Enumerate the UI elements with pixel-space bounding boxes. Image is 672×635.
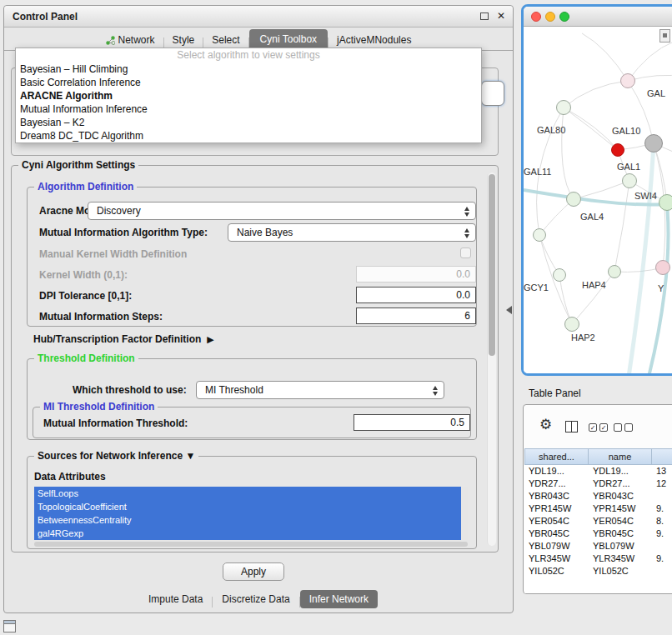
table-cell: YBR045C xyxy=(524,528,589,540)
column-header[interactable]: shared... xyxy=(524,448,589,465)
table-cell: YER054C xyxy=(589,515,652,528)
algorithm-definition-title: Algorithm Definition xyxy=(34,181,137,192)
network-node[interactable] xyxy=(611,143,624,157)
sources-group: Sources for Network Inference ▼ Data Att… xyxy=(27,456,477,549)
hide-all-columns-icon[interactable] xyxy=(614,423,633,432)
network-canvas[interactable]: GALGAL80GAL10GAL11GAL1SWI4GAL4GCY1HAP4HA… xyxy=(524,27,672,373)
table-row[interactable]: YBL079WYBL079W xyxy=(524,540,672,552)
table-row[interactable]: YDL19...YDL19...13 xyxy=(524,465,672,478)
dropdown-arrows-icon xyxy=(464,228,469,238)
mi-type-select[interactable]: Naive Bayes xyxy=(228,223,476,242)
hub-definition-label: Hub/Transcription Factor Definition xyxy=(33,333,201,345)
network-node[interactable] xyxy=(566,192,581,207)
table-row[interactable]: YBR045CYBR045C9. xyxy=(524,528,672,540)
settings-scrollbar-thumb[interactable] xyxy=(489,174,495,356)
mi-steps-field[interactable]: 6 xyxy=(356,308,476,324)
network-node[interactable] xyxy=(655,260,670,275)
network-view-window: GALGAL80GAL10GAL11GAL1SWI4GAL4GCY1HAP4HA… xyxy=(521,4,672,376)
node-label: GAL80 xyxy=(537,125,565,135)
close-icon[interactable]: ✕ xyxy=(497,10,505,22)
table-cell: 9. xyxy=(652,552,672,565)
which-threshold-value: MI Threshold xyxy=(205,384,263,396)
mi-steps-label: Mutual Information Steps: xyxy=(39,311,163,322)
network-node[interactable] xyxy=(644,134,663,152)
dpi-tolerance-field[interactable]: 0.0 xyxy=(356,287,476,303)
traffic-zoom-icon[interactable] xyxy=(559,12,569,22)
attribute-item[interactable]: gal4RGexp xyxy=(34,527,461,540)
threshold-definition-group: Threshold Definition Which threshold to … xyxy=(27,358,477,440)
attribute-item[interactable]: BetweennessCentrality xyxy=(34,513,461,527)
checked-box-icon: ✓ xyxy=(599,423,608,432)
table-row[interactable]: YDR27...YDR27...12 xyxy=(524,478,672,490)
traffic-minimize-icon[interactable] xyxy=(545,12,555,22)
column-header[interactable]: name xyxy=(589,448,652,465)
table-cell: YDR27... xyxy=(524,478,589,490)
panel-title: Control Panel xyxy=(13,11,78,22)
settings-scrollbar[interactable] xyxy=(487,172,496,546)
table-header: shared...name xyxy=(524,448,672,465)
chevron-right-icon: ▶ xyxy=(207,334,213,345)
attributes-vscrollbar[interactable] xyxy=(461,487,468,540)
data-attributes-list[interactable]: SelfLoopsTopologicalCoefficientBetweenne… xyxy=(34,487,461,540)
hub-definition-toggle[interactable]: Hub/Transcription Factor Definition ▶ xyxy=(33,333,214,345)
node-label: GAL10 xyxy=(612,126,640,136)
bottom-tab-discretize-data[interactable]: Discretize Data xyxy=(213,590,298,608)
table-row[interactable]: YIL052CYIL052C xyxy=(524,565,672,578)
table-row[interactable]: YPR145WYPR145W9. xyxy=(524,502,672,515)
algorithm-option[interactable]: Basic Correlation Inference xyxy=(16,76,481,89)
float-window-icon[interactable] xyxy=(480,12,489,20)
mi-threshold-field[interactable]: 0.5 xyxy=(354,414,470,431)
minimized-panel-icon[interactable] xyxy=(3,620,16,632)
node-label: HAP2 xyxy=(571,332,595,342)
table-cell: 13 xyxy=(652,465,672,478)
attribute-item[interactable]: TopologicalCoefficient xyxy=(34,500,461,513)
mi-threshold-label: Mutual Information Threshold: xyxy=(43,418,188,429)
table-cell: YIL052C xyxy=(524,565,589,578)
algorithm-selector-combo-fragment[interactable] xyxy=(481,81,504,106)
table-row[interactable]: YBR043CYBR043C xyxy=(524,490,672,502)
which-threshold-select[interactable]: MI Threshold xyxy=(196,381,444,399)
algorithm-option[interactable]: Dream8 DC_TDC Algorithm xyxy=(16,129,481,142)
bottom-tab-infer-network[interactable]: Infer Network xyxy=(300,590,378,608)
network-node[interactable] xyxy=(533,228,546,242)
aracne-mode-value: Discovery xyxy=(97,205,141,217)
algorithm-option[interactable]: Bayesian – Hill Climbing xyxy=(16,62,481,76)
traffic-close-icon[interactable] xyxy=(531,12,541,22)
column-header[interactable] xyxy=(652,448,672,465)
table-cell: 9. xyxy=(652,528,672,540)
chevron-down-icon: ▼ xyxy=(185,450,195,462)
network-node[interactable] xyxy=(659,194,672,211)
network-node[interactable] xyxy=(556,100,571,115)
network-node[interactable] xyxy=(622,173,637,188)
aracne-mode-select[interactable]: Discovery xyxy=(88,202,476,220)
splitter-collapse-icon[interactable] xyxy=(506,306,512,314)
algorithm-option[interactable]: Bayesian – K2 xyxy=(16,116,481,129)
network-node[interactable] xyxy=(564,317,579,332)
attributes-hscrollbar[interactable] xyxy=(34,542,468,547)
gear-icon[interactable]: ⚙ xyxy=(539,416,552,433)
attribute-item[interactable]: SelfLoops xyxy=(34,487,461,500)
sources-group-title[interactable]: Sources for Network Inference ▼ xyxy=(34,450,198,462)
dpi-tolerance-label: DPI Tolerance [0,1]: xyxy=(39,290,132,302)
mi-type-value: Naive Bayes xyxy=(237,227,293,238)
network-window-titlebar[interactable] xyxy=(524,7,672,27)
table-row[interactable]: YER054CYER054C8. xyxy=(524,515,672,528)
control-panel-titlebar: Control Panel ✕ xyxy=(4,6,513,28)
table-row[interactable]: YLR345WYLR345W9. xyxy=(524,552,672,565)
algorithm-option[interactable]: Mutual Information Inference xyxy=(16,102,481,116)
apply-button[interactable]: Apply xyxy=(223,562,284,581)
sources-title-text: Sources for Network Inference xyxy=(38,450,183,462)
birdseye-toggle-icon[interactable] xyxy=(659,29,670,42)
network-node[interactable] xyxy=(620,73,635,88)
bottom-tab-impute-data[interactable]: Impute Data xyxy=(139,590,212,608)
network-node[interactable] xyxy=(553,268,566,282)
algorithm-option[interactable]: ARACNE Algorithm xyxy=(16,89,481,102)
table-cell: YPR145W xyxy=(524,502,589,515)
show-all-columns-icon[interactable]: ✓✓ xyxy=(589,423,608,432)
network-node[interactable] xyxy=(608,265,621,278)
dropdown-arrows-icon xyxy=(433,386,438,396)
table-cell: YBR045C xyxy=(589,528,652,540)
table-panel: ⚙ ✓✓ shared...name YDL19...YDL19...13YDR… xyxy=(523,404,672,594)
table-panel-title: Table Panel xyxy=(529,388,581,399)
columns-icon[interactable] xyxy=(565,421,578,432)
